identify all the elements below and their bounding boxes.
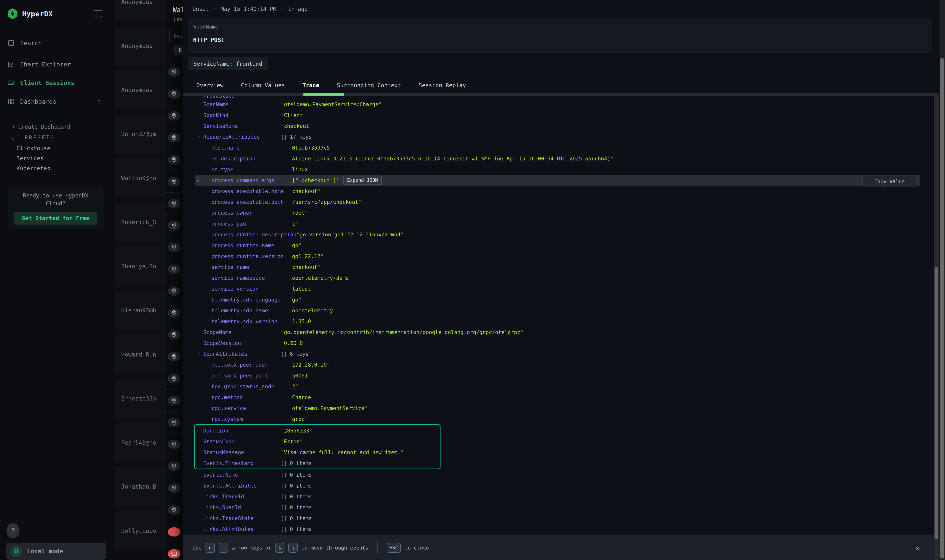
attr-row-statuscode[interactable]: StatusCode"Error": [195, 436, 440, 447]
attr-row-spanattributes[interactable]: ▾SpanAttributes{}6 keys: [183, 348, 920, 359]
event-marker[interactable]: [165, 83, 183, 105]
attr-row-duration[interactable]: Duration"28656333": [195, 425, 440, 436]
sidebar-item-chart-explorer[interactable]: Chart Explorer: [0, 58, 112, 71]
attr-row-events-timestamp[interactable]: Events.Timestamp[]0 items: [195, 458, 440, 469]
attr-row-service-name[interactable]: service.name"checkout": [183, 262, 920, 272]
event-marker[interactable]: [165, 149, 183, 171]
event-marker[interactable]: [165, 127, 183, 149]
attr-row-scopename[interactable]: ScopeName"go.opentelemetry.io/contrib/in…: [183, 327, 920, 338]
get-started-button[interactable]: Get Started for Free: [14, 212, 97, 225]
attr-row-process-executable-path[interactable]: process.executable.path"/usr/src/app/che…: [183, 197, 920, 207]
events-filter-button[interactable]: H: [174, 45, 183, 55]
attr-row-os-type[interactable]: os.type"linux": [183, 164, 920, 175]
event-marker[interactable]: [165, 477, 183, 499]
attr-row-rpc-system[interactable]: rpc.system"grpc": [183, 414, 920, 425]
session-card[interactable]: Anonymous: [116, 0, 164, 22]
tab-column-values[interactable]: Column Values: [232, 78, 294, 92]
local-mode-menu[interactable]: U Local mode ›: [6, 543, 106, 560]
event-marker[interactable]: [165, 499, 183, 521]
event-marker[interactable]: [165, 521, 183, 543]
sidebar-item-dashboards[interactable]: Dashboards ⌃: [0, 95, 112, 108]
create-dashboard-button[interactable]: + Create Dashboard: [12, 124, 70, 130]
event-marker[interactable]: [165, 389, 183, 411]
session-card[interactable]: Dolly.Lubo: [116, 511, 164, 551]
tab-overview[interactable]: Overview: [188, 78, 232, 92]
session-card[interactable]: Roderick_S: [116, 202, 164, 243]
tab-session-replay[interactable]: Session Replay: [410, 78, 475, 92]
event-marker[interactable]: [165, 346, 183, 368]
attr-row-spankind[interactable]: SpanKind"Client": [183, 110, 920, 120]
attr-row-process-runtime-version[interactable]: process.runtime.version"go1.22.12": [183, 251, 920, 262]
event-marker[interactable]: [165, 171, 183, 192]
session-card[interactable]: Ernesto33@: [116, 378, 164, 419]
event-marker[interactable]: [165, 280, 183, 302]
session-card[interactable]: Anonymous: [116, 26, 164, 66]
attr-row-process-runtime-name[interactable]: process.runtime.name"go": [183, 240, 920, 251]
page-scrollbar-thumb[interactable]: [940, 58, 944, 558]
preset-item-kubernetes[interactable]: Kubernetes: [17, 165, 51, 172]
session-card[interactable]: Deion37@gm: [116, 114, 164, 154]
service-name-badge[interactable]: ServiceName: frontend: [188, 57, 268, 70]
attr-row-links-traceid[interactable]: Links.TraceId[]0 items: [183, 491, 920, 502]
collapse-triangle-icon[interactable]: ▾: [198, 352, 200, 356]
logo[interactable]: HyperDX: [8, 8, 53, 19]
attr-row-links-tracestate[interactable]: Links.TraceState[]0 items: [183, 513, 920, 523]
attr-row-process-pid[interactable]: process.pid"1": [183, 218, 920, 229]
attr-row-os-description[interactable]: os.description"Alpine Linux 3.21.3 (Linu…: [183, 153, 920, 164]
attr-row-spanname[interactable]: SpanName"oteldemo.PaymentService/Charge": [183, 99, 920, 110]
page-scrollbar[interactable]: [940, 0, 945, 560]
attr-row-telemetry-sdk-name[interactable]: telemetry.sdk.name"opentelemetry": [183, 305, 920, 316]
event-marker[interactable]: [165, 433, 183, 455]
trace-scrollbar[interactable]: [934, 92, 939, 560]
session-card[interactable]: Shaniya.So: [116, 246, 164, 286]
attr-row-resourceattributes[interactable]: ▾ResourceAttributes{}17 keys: [183, 131, 920, 142]
attr-row-scopeversion[interactable]: ScopeVersion"0.60.0": [183, 338, 920, 348]
event-marker[interactable]: [165, 543, 183, 560]
sidebar-item-search[interactable]: Search: [0, 37, 112, 49]
attr-row-servicename[interactable]: ServiceName"checkout": [183, 120, 920, 131]
event-marker[interactable]: [165, 368, 183, 389]
attr-row-net-sock-peer-addr[interactable]: net.sock.peer.addr"172.28.0.10": [183, 359, 920, 370]
event-marker[interactable]: [165, 302, 183, 324]
attr-row-process-owner[interactable]: process.owner"root": [183, 207, 920, 218]
preset-item-services[interactable]: Services: [17, 155, 44, 162]
session-card[interactable]: Jonathan.B: [116, 466, 164, 507]
attr-row-rpc-service[interactable]: rpc.service"oteldemo.PaymentService": [183, 403, 920, 414]
event-marker[interactable]: [165, 61, 183, 83]
session-card[interactable]: Anonymous: [116, 69, 164, 110]
tab-trace[interactable]: Trace: [294, 78, 328, 92]
tab-surrounding-context[interactable]: Surrounding Context: [328, 78, 410, 92]
event-marker[interactable]: [165, 192, 183, 214]
sidebar-collapse-icon[interactable]: [94, 10, 102, 17]
attr-row-process-command-args[interactable]: ▶process.command_args"["./checkout"]"Exp…: [195, 175, 920, 186]
attr-row-links-attributes[interactable]: Links.Attributes[]0 items: [183, 523, 920, 534]
attr-row-links-spanid[interactable]: Links.SpanId[]0 items: [183, 502, 920, 513]
events-search-input[interactable]: Sea: [170, 30, 183, 42]
expand-json-button[interactable]: Expand JSON: [343, 175, 382, 185]
attr-row-process-executable-name[interactable]: process.executable.name"checkout": [183, 186, 920, 197]
event-marker[interactable]: [165, 455, 183, 477]
event-marker[interactable]: [165, 411, 183, 433]
attr-row-net-sock-peer-port[interactable]: net.sock.peer.port"50051": [183, 370, 920, 381]
event-marker[interactable]: [165, 258, 183, 280]
trace-scrollbar-thumb[interactable]: [934, 267, 939, 539]
attr-row-events-attributes[interactable]: Events.Attributes[]0 items: [183, 480, 920, 491]
attr-row-service-version[interactable]: service.version"latest": [183, 283, 920, 294]
attr-row-process-runtime-description[interactable]: process.runtime.description"go version g…: [183, 229, 920, 240]
attr-row-telemetry-sdk-version[interactable]: telemetry.sdk.version"1.35.0": [183, 316, 920, 327]
close-icon[interactable]: ✕: [915, 544, 920, 552]
event-marker[interactable]: [165, 324, 183, 346]
attr-row-rpc-grpc-status-code[interactable]: rpc.grpc.status_code"2": [183, 381, 920, 392]
attr-row-service-namespace[interactable]: service.namespace"opentelemetry-demo": [183, 272, 920, 283]
event-marker[interactable]: [165, 236, 183, 258]
session-card[interactable]: Howard.Run: [116, 334, 164, 375]
event-marker[interactable]: [165, 214, 183, 236]
attr-row-events-name[interactable]: Events.Name[]0 items: [183, 469, 920, 480]
presets-section[interactable]: ⌄ PRESETS: [12, 134, 55, 140]
help-button[interactable]: ?: [6, 523, 20, 538]
attr-row-telemetry-sdk-language[interactable]: telemetry.sdk.language"go": [183, 294, 920, 305]
session-card[interactable]: Pearl43@ho: [116, 422, 164, 463]
collapse-triangle-icon[interactable]: ▾: [198, 135, 200, 139]
session-card[interactable]: Kieran92@h: [116, 290, 164, 331]
session-card[interactable]: Walton9@ho: [116, 158, 164, 198]
